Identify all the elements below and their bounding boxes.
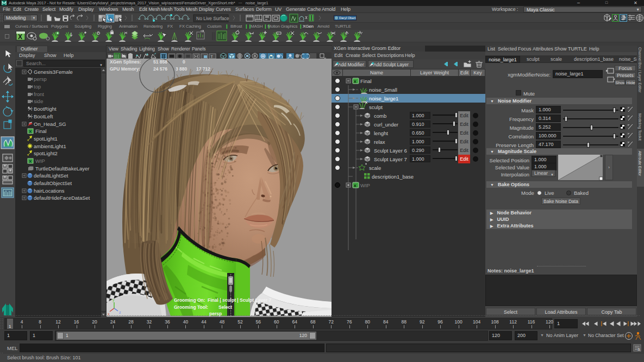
svg-text:scale: scale — [369, 165, 381, 171]
svg-text:z: z — [119, 310, 121, 314]
svg-text:persp: persp — [34, 76, 47, 82]
svg-text:side: side — [34, 98, 43, 104]
svg-text:y: y — [112, 298, 115, 302]
svg-text:top: top — [34, 84, 41, 90]
svg-text:noise_Small: noise_Small — [369, 87, 397, 93]
svg-text:Grooming Tool:: Grooming Tool: — [174, 304, 208, 310]
svg-text:17 712: 17 712 — [196, 66, 210, 72]
svg-text:Grooming On:: Grooming On: — [174, 297, 205, 303]
svg-text:XGen Splines:: XGen Splines: — [110, 59, 141, 65]
svg-text:noise_large1: noise_large1 — [369, 96, 398, 101]
svg-text:TurtleDefaultBakeLayer: TurtleDefaultBakeLayer — [35, 166, 89, 172]
svg-text:51 858: 51 858 — [153, 59, 167, 65]
svg-text:front: front — [34, 91, 44, 97]
svg-text:Final | sculpt | Sculpt Layer: Final | sculpt | Sculpt Layer 7 — [208, 297, 271, 303]
svg-text:WIP: WIP — [35, 158, 45, 164]
svg-text:T: T — [211, 55, 214, 59]
svg-text:defaultHideFaceDataSet: defaultHideFaceDataSet — [34, 195, 90, 201]
svg-text:On_Head_SG: On_Head_SG — [34, 121, 66, 127]
svg-text:BootRight: BootRight — [34, 106, 57, 112]
svg-text:GPU Memory:: GPU Memory: — [110, 66, 140, 72]
svg-text:No Live Surface: No Live Surface — [196, 16, 229, 21]
svg-text:0: 0 — [183, 59, 185, 65]
svg-text:defaultObjectSet: defaultObjectSet — [34, 180, 72, 186]
svg-text:Final: Final — [35, 128, 47, 134]
svg-text:BootLeft: BootLeft — [34, 113, 53, 119]
svg-text:hairLocations: hairLocations — [34, 188, 65, 194]
svg-text:description1_base: description1_base — [372, 174, 414, 180]
svg-text:WIP: WIP — [360, 182, 370, 188]
svg-text:sculpt: sculpt — [369, 104, 383, 110]
svg-text:Genesis3Female: Genesis3Female — [34, 69, 73, 75]
svg-text:3 880: 3 880 — [176, 66, 187, 72]
svg-text:X: X — [29, 159, 32, 164]
svg-text:24 576: 24 576 — [153, 66, 167, 72]
svg-text:defaultLightSet: defaultLightSet — [34, 173, 68, 179]
svg-text:a: a — [637, 347, 640, 352]
svg-text:spotLight2: spotLight2 — [34, 150, 58, 156]
svg-text:ambientLight1: ambientLight1 — [34, 143, 66, 149]
svg-text:X: X — [18, 33, 22, 41]
svg-text:Final: Final — [360, 78, 372, 84]
svg-text:spotLight1: spotLight1 — [34, 136, 58, 142]
svg-text:X: X — [29, 129, 32, 134]
svg-text:Select: Select — [218, 304, 232, 310]
